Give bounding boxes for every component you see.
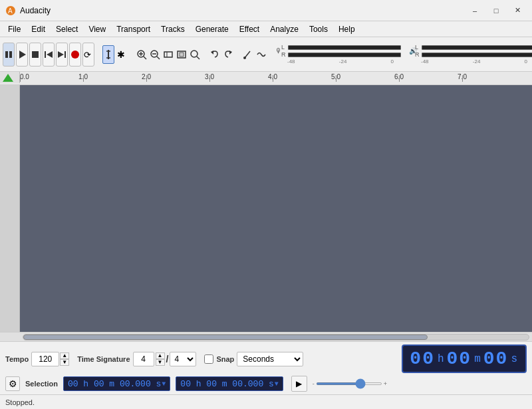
vol-max-label: + [384,380,387,387]
time-sig-label: Time Signature [77,355,130,363]
menu-help[interactable]: Help [333,23,360,35]
smooth-tool-button[interactable] [255,45,267,64]
menu-analyze[interactable]: Analyze [265,23,304,35]
zoom-toggle-button[interactable] [189,45,201,64]
tempo-input[interactable] [31,352,59,366]
svg-point-27 [191,51,198,57]
input-r-meter [288,53,401,57]
output-l-label: L [415,44,420,51]
zoom-fit-sel-button[interactable] [176,45,188,64]
output-r-meter [422,53,532,57]
svg-rect-2 [5,51,8,58]
scrollbar-track[interactable] [23,334,529,341]
snap-checkbox[interactable] [204,354,213,364]
time-display: 00 h 00 m 00 s [402,344,527,373]
menu-tracks[interactable]: Tracks [156,23,190,35]
output-tick-0: 0 [525,59,527,65]
tempo-down-button[interactable]: ▼ [60,359,69,366]
time-m-label: m [474,353,481,365]
draw-tool-button[interactable] [242,45,254,64]
output-tick-24: -24 [473,59,481,65]
output-meter-section: 🔊 L R -48 -24 0 [409,43,532,66]
time-signature-group: Time Signature ▲ ▼ / 4 8 16 [77,352,196,366]
maximize-button[interactable]: □ [487,4,505,17]
volume-slider[interactable] [316,382,382,385]
svg-rect-8 [65,51,66,58]
record-button[interactable] [69,43,81,67]
playback-play-button[interactable]: ▶ [291,376,307,392]
timeline-ruler: 0.0 1.0 2.0 3.0 4.0 5.0 6.0 7.0 [0,72,532,85]
status-text: Stopped. [5,398,35,406]
tempo-up-button[interactable]: ▲ [60,352,69,359]
input-tick-24: -24 [339,59,347,65]
time-hours: 00 [410,348,435,369]
menu-transport[interactable]: Transport [111,23,156,35]
sel-end-text: 00 h 00 m 00.000 s [180,379,273,389]
menu-effect[interactable]: Effect [234,23,265,35]
time-sig-separator: / [166,354,169,364]
bottom-controls: Tempo ▲ ▼ Time Signature ▲ ▼ / 4 [0,341,532,394]
skip-forward-button[interactable] [56,43,68,67]
multi-tool-button[interactable]: ✱ [116,45,128,64]
time-sig-numerator-input[interactable] [133,352,154,366]
skip-back-button[interactable] [43,43,55,67]
close-button[interactable]: ✕ [508,4,527,17]
svg-line-28 [197,57,200,59]
zoom-fit-project-button[interactable] [162,45,174,64]
settings-gear-button[interactable]: ⚙ [5,376,20,391]
undo-button[interactable] [209,45,221,64]
minimize-button[interactable]: – [466,4,484,17]
svg-marker-4 [19,51,26,59]
time-sig-num-up-button[interactable]: ▲ [156,352,165,359]
selection-start-display: 00 h 00 m 00.000 s ▼ [63,376,170,391]
zoom-in-button[interactable] [136,45,148,64]
svg-marker-29 [211,51,213,55]
time-s-label: s [511,353,517,365]
svg-line-21 [157,57,160,59]
snap-group: Snap Seconds Milliseconds Samples Beats [204,352,303,366]
snap-unit-select[interactable]: Seconds Milliseconds Samples Beats [237,352,303,366]
ruler-canvas: 0.0 1.0 2.0 3.0 4.0 5.0 6.0 7.0 [20,72,532,83]
loop-button[interactable]: ⟳ [82,43,94,67]
pause-button[interactable] [3,43,15,67]
play-button[interactable] [16,43,28,67]
main-track-area[interactable] [0,85,532,332]
app-title: Audacity [20,6,51,15]
select-tool-button[interactable] [102,45,114,64]
window-controls: – □ ✕ [466,4,527,17]
tempo-label: Tempo [5,355,29,363]
svg-rect-5 [32,51,39,58]
input-tick-0: 0 [391,59,394,65]
horizontal-scrollbar[interactable] [0,332,532,341]
sel-end-arrow: ▼ [275,380,279,388]
vol-min-label: - [313,380,315,387]
svg-line-17 [144,57,146,59]
time-seconds: 00 [483,348,509,369]
status-bar: Stopped. [0,394,532,409]
menu-file[interactable]: File [3,23,26,35]
menu-view[interactable]: View [83,23,111,35]
zoom-out-button[interactable] [149,45,161,64]
svg-point-32 [243,57,246,59]
svg-marker-38 [3,74,13,82]
output-l-meter [422,45,532,50]
output-r-label: R [415,51,420,58]
svg-marker-30 [229,51,232,55]
output-spk-icon: 🔊 [409,47,413,55]
svg-rect-26 [180,53,184,57]
svg-rect-3 [9,51,12,58]
time-sig-num-down-button[interactable]: ▼ [156,359,165,366]
menu-select[interactable]: Select [51,23,83,35]
scrollbar-thumb[interactable] [23,335,428,340]
redo-button[interactable] [222,45,234,64]
time-sig-denom-select[interactable]: 4 8 16 [170,352,196,366]
input-mic-icon: 🎙 [275,47,279,55]
selection-label: Selection [25,380,58,388]
selection-end-display: 00 h 00 m 00.000 s ▼ [176,376,283,391]
menu-tools[interactable]: Tools [304,23,333,35]
input-meter-section: 🎙 L R -48 -24 0 [275,43,401,66]
menu-generate[interactable]: Generate [190,23,234,35]
menu-edit[interactable]: Edit [26,23,51,35]
time-sig-num-spinner: ▲ ▼ [156,352,165,366]
stop-button[interactable] [29,43,41,67]
